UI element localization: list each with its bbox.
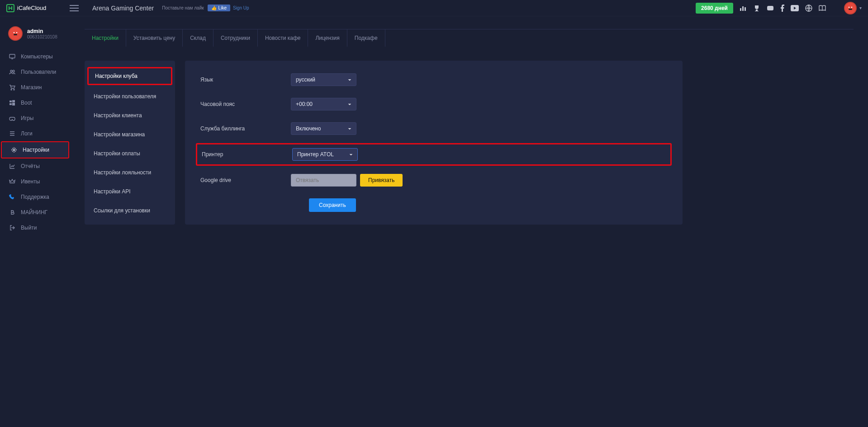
printer-select[interactable]: Принтер ATOL bbox=[292, 148, 358, 161]
svg-point-8 bbox=[851, 6, 853, 8]
sidebar-item-users[interactable]: Пользователи bbox=[0, 64, 70, 80]
users-icon bbox=[9, 69, 15, 75]
cart-icon bbox=[9, 84, 15, 91]
gdrive-input[interactable] bbox=[291, 174, 356, 187]
svg-point-7 bbox=[849, 6, 850, 8]
language-select[interactable]: русский bbox=[291, 73, 356, 86]
facebook-like-button[interactable]: 👍 Like bbox=[208, 5, 230, 11]
sub-item-loyalty[interactable]: Настройки лояльности bbox=[85, 163, 175, 182]
sidebar-avatar bbox=[8, 26, 23, 41]
tabs: Настройки Установить цену Склад Сотрудни… bbox=[85, 29, 854, 47]
sidebar-user-id: 006310210108 bbox=[27, 34, 57, 39]
gamepad-icon bbox=[9, 115, 15, 121]
svg-rect-20 bbox=[9, 103, 12, 105]
tab-news[interactable]: Новости кафе bbox=[258, 29, 308, 47]
save-button[interactable]: Сохранить bbox=[309, 198, 356, 212]
svg-rect-12 bbox=[14, 34, 17, 35]
sidebar: admin 006310210108 Компьютеры Пользовате… bbox=[0, 16, 70, 427]
trophy-icon[interactable] bbox=[753, 5, 760, 12]
sidebar-item-events[interactable]: Ивенты bbox=[0, 174, 70, 189]
sidebar-user: admin 006310210108 bbox=[0, 26, 70, 49]
gdrive-label: Google drive bbox=[200, 177, 291, 183]
youtube-icon[interactable] bbox=[791, 5, 799, 11]
svg-point-22 bbox=[13, 149, 15, 151]
logo[interactable]: iCafeCloud bbox=[6, 4, 70, 12]
user-menu[interactable]: ▾ bbox=[844, 2, 862, 14]
svg-point-15 bbox=[13, 70, 14, 72]
list-icon bbox=[9, 130, 15, 137]
sidebar-item-reports[interactable]: Отчёты bbox=[0, 158, 70, 174]
language-label: Язык bbox=[200, 77, 291, 83]
facebook-icon[interactable] bbox=[780, 5, 784, 12]
tab-staff[interactable]: Сотрудники bbox=[213, 29, 258, 47]
sidebar-item-logout[interactable]: Выйти bbox=[0, 220, 70, 235]
svg-rect-21 bbox=[12, 103, 15, 106]
monitor-icon bbox=[9, 53, 15, 60]
discord-icon[interactable] bbox=[767, 5, 774, 12]
timezone-select[interactable]: +00:00 bbox=[291, 98, 356, 110]
svg-rect-9 bbox=[849, 9, 852, 10]
sidebar-item-shop[interactable]: Магазин bbox=[0, 80, 70, 95]
svg-point-17 bbox=[14, 89, 14, 90]
printer-label: Принтер bbox=[202, 151, 292, 158]
sidebar-item-computers[interactable]: Компьютеры bbox=[0, 49, 70, 64]
crown-icon bbox=[9, 178, 15, 185]
globe-icon[interactable] bbox=[805, 5, 812, 12]
tab-stock[interactable]: Склад bbox=[183, 29, 213, 47]
sidebar-item-games[interactable]: Игры bbox=[0, 110, 70, 126]
svg-rect-2 bbox=[742, 6, 744, 11]
sidebar-item-support[interactable]: Поддержка bbox=[0, 189, 70, 205]
tab-settings[interactable]: Настройки bbox=[85, 29, 126, 47]
menu-toggle-icon[interactable] bbox=[70, 5, 79, 11]
chevron-down-icon: ▾ bbox=[859, 5, 862, 10]
timezone-label: Часовой пояс bbox=[200, 101, 291, 107]
svg-rect-13 bbox=[9, 54, 15, 58]
billing-select[interactable]: Включено bbox=[291, 122, 356, 135]
gear-icon bbox=[11, 147, 17, 153]
tab-set-price[interactable]: Установить цену bbox=[126, 29, 183, 47]
top-icon-bar bbox=[740, 5, 826, 12]
like-us-label: Поставьте нам лайк bbox=[162, 5, 204, 10]
svg-point-16 bbox=[11, 89, 12, 90]
sidebar-item-logs[interactable]: Логи bbox=[0, 126, 70, 141]
days-badge[interactable]: 2680 дней bbox=[696, 3, 733, 14]
main-content: Настройки Установить цену Склад Сотрудни… bbox=[70, 16, 868, 427]
sub-item-payment[interactable]: Настройки оплаты bbox=[85, 144, 175, 163]
phone-icon bbox=[9, 194, 15, 200]
tab-subcafe[interactable]: Подкафе bbox=[347, 29, 385, 47]
center-name: Arena Gaming Center bbox=[92, 5, 154, 12]
logo-icon bbox=[6, 4, 14, 12]
tab-license[interactable]: Лицензия bbox=[308, 29, 347, 47]
svg-rect-19 bbox=[12, 100, 15, 102]
ranking-icon[interactable] bbox=[740, 5, 747, 12]
billing-label: Служба биллинга bbox=[200, 125, 291, 132]
sidebar-item-mining[interactable]: МАЙНИНГ bbox=[0, 205, 70, 220]
sub-item-api[interactable]: Настройки API bbox=[85, 182, 175, 201]
sidebar-item-boot[interactable]: Boot bbox=[0, 95, 70, 110]
sidebar-item-settings[interactable]: Настройки bbox=[1, 141, 69, 158]
topbar: iCafeCloud Arena Gaming Center Поставьте… bbox=[0, 0, 868, 16]
settings-panel: Язык русский Часовой пояс +00:00 Служба … bbox=[185, 61, 683, 225]
sub-item-client[interactable]: Настройки клиента bbox=[85, 106, 175, 125]
svg-rect-18 bbox=[9, 101, 12, 102]
sidebar-user-name: admin bbox=[27, 28, 57, 34]
chart-icon bbox=[9, 163, 15, 169]
settings-sub-sidebar: Настройки клуба Настройки пользователя Н… bbox=[85, 61, 175, 225]
svg-point-10 bbox=[14, 32, 15, 34]
sub-item-user[interactable]: Настройки пользователя bbox=[85, 87, 175, 106]
svg-point-11 bbox=[16, 32, 18, 34]
svg-rect-1 bbox=[740, 8, 741, 11]
sub-item-links[interactable]: Ссылки для установки bbox=[85, 201, 175, 220]
sub-item-shop[interactable]: Настройки магазина bbox=[85, 125, 175, 144]
svg-rect-4 bbox=[767, 6, 773, 10]
book-icon[interactable] bbox=[819, 5, 826, 11]
logout-icon bbox=[9, 225, 15, 231]
svg-point-14 bbox=[10, 70, 12, 72]
logo-text: iCafeCloud bbox=[17, 5, 46, 11]
facebook-signup-link[interactable]: Sign Up bbox=[233, 5, 249, 10]
gdrive-bind-button[interactable]: Привязать bbox=[360, 174, 403, 187]
sub-item-club[interactable]: Настройки клуба bbox=[87, 67, 172, 85]
bitcoin-icon bbox=[9, 209, 15, 216]
windows-icon bbox=[9, 100, 15, 106]
svg-rect-3 bbox=[745, 7, 746, 11]
